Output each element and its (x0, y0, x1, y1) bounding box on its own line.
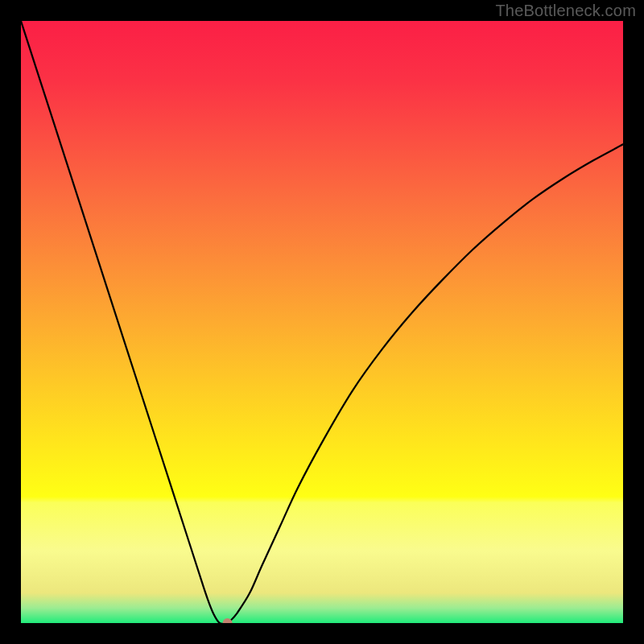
bottleneck-chart (21, 21, 623, 623)
watermark-label: TheBottleneck.com (495, 2, 636, 20)
chart-container: TheBottleneck.com (0, 0, 644, 644)
gradient-background (21, 21, 623, 623)
